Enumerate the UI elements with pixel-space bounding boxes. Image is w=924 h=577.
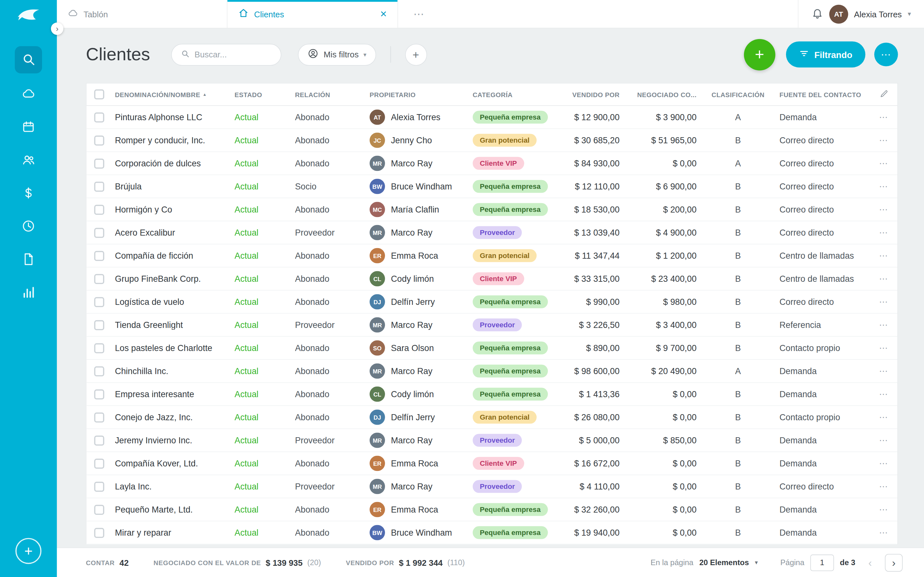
table-row[interactable]: Acero Excalibur Actual Proveedor MRMarco… — [87, 221, 897, 244]
row-actions-icon[interactable]: ⋯ — [879, 135, 889, 145]
row-actions-icon[interactable]: ⋯ — [879, 527, 889, 537]
client-name[interactable]: Chinchilla Inc. — [115, 366, 168, 376]
table-row[interactable]: Logística de vuelo Actual Abonado DJDelf… — [87, 290, 897, 314]
tab-clientes[interactable]: Clientes × — [228, 0, 398, 28]
sidebar-item-reports[interactable] — [16, 280, 41, 306]
table-row[interactable]: Layla Inc. Actual Proveedor MRMarco Ray … — [87, 475, 897, 498]
table-row[interactable]: Pinturas Alphonse LLC Actual Abonado ATA… — [87, 106, 897, 129]
client-name[interactable]: Corporación de dulces — [115, 159, 201, 168]
row-actions-icon[interactable]: ⋯ — [879, 389, 889, 399]
add-view-button[interactable]: + — [405, 44, 427, 65]
row-checkbox[interactable] — [94, 435, 104, 445]
tab-more-button[interactable]: ⋯ — [398, 0, 440, 28]
client-name[interactable]: Mirar y reparar — [115, 528, 171, 538]
per-page-select[interactable]: 20 Elementos — [699, 558, 749, 567]
sidebar-item-contacts[interactable] — [16, 148, 41, 173]
client-name[interactable]: Hormigón y Co — [115, 205, 172, 214]
row-actions-icon[interactable]: ⋯ — [879, 274, 889, 284]
row-checkbox[interactable] — [94, 251, 104, 261]
table-row[interactable]: Compañía Kover, Ltd. Actual Abonado EREm… — [87, 452, 897, 475]
sidebar-add-button[interactable]: + — [15, 538, 41, 564]
row-checkbox[interactable] — [94, 458, 104, 468]
notifications-button[interactable] — [811, 7, 823, 21]
column-header-negociado[interactable]: NEGOCIADO CO... — [620, 91, 696, 98]
edit-columns-icon[interactable] — [880, 92, 889, 99]
row-actions-icon[interactable]: ⋯ — [879, 343, 889, 353]
column-header-estado[interactable]: ESTADO — [234, 91, 295, 98]
client-name[interactable]: Empresa interesante — [115, 390, 194, 399]
sidebar-item-cloud[interactable] — [16, 82, 41, 107]
row-actions-icon[interactable]: ⋯ — [879, 158, 889, 168]
client-name[interactable]: Romper y conducir, Inc. — [115, 135, 205, 145]
table-row[interactable]: Hormigón y Co Actual Abonado MCMaría Cla… — [87, 198, 897, 221]
user-avatar[interactable]: AT — [829, 5, 848, 23]
row-actions-icon[interactable]: ⋯ — [879, 204, 889, 214]
row-actions-icon[interactable]: ⋯ — [879, 458, 889, 468]
add-record-button[interactable]: + — [744, 39, 775, 70]
sidebar-item-time[interactable] — [16, 214, 41, 239]
column-header-fuente[interactable]: FUENTE DEL CONTACTO — [780, 91, 874, 98]
row-actions-icon[interactable]: ⋯ — [879, 504, 889, 514]
table-row[interactable]: Romper y conducir, Inc. Actual Abonado J… — [87, 129, 897, 152]
page-number-input[interactable] — [811, 554, 834, 571]
row-actions-icon[interactable]: ⋯ — [879, 481, 889, 491]
column-header-categoria[interactable]: CATEGORÍA — [473, 91, 559, 98]
column-header-clasificacion[interactable]: CLASIFICACIÓN — [696, 91, 779, 98]
sidebar-item-finance[interactable] — [16, 181, 41, 206]
row-checkbox[interactable] — [94, 343, 104, 353]
client-name[interactable]: Logística de vuelo — [115, 297, 184, 307]
table-row[interactable]: Conejo de Jazz, Inc. Actual Abonado DJDe… — [87, 406, 897, 429]
client-name[interactable]: Grupo FineBank Corp. — [115, 274, 201, 284]
row-checkbox[interactable] — [94, 181, 104, 191]
row-checkbox[interactable] — [94, 135, 104, 145]
row-checkbox[interactable] — [94, 297, 104, 307]
row-checkbox[interactable] — [94, 412, 104, 422]
row-actions-icon[interactable]: ⋯ — [879, 181, 889, 191]
row-checkbox[interactable] — [94, 482, 104, 492]
column-header-relacion[interactable]: RELACIÓN — [295, 91, 370, 98]
row-actions-icon[interactable]: ⋯ — [879, 319, 889, 330]
sidebar-item-calendar[interactable] — [16, 115, 41, 140]
table-row[interactable]: Jeremy Invierno Inc. Actual Proveedor MR… — [87, 429, 897, 452]
sidebar-item-documents[interactable] — [16, 247, 41, 272]
row-checkbox[interactable] — [94, 112, 104, 122]
table-row[interactable]: Corporación de dulces Actual Abonado MRM… — [87, 152, 897, 175]
row-checkbox[interactable] — [94, 227, 104, 237]
row-checkbox[interactable] — [94, 504, 104, 514]
client-name[interactable]: Brújula — [115, 182, 142, 191]
table-row[interactable]: Brújula Actual Socio BWBruce Windham Peq… — [87, 175, 897, 198]
table-row[interactable]: Pequeño Marte, Ltd. Actual Abonado EREmm… — [87, 498, 897, 521]
sidebar-collapse-button[interactable]: › — [51, 23, 63, 35]
filtering-button[interactable]: Filtrando — [786, 41, 866, 67]
client-name[interactable]: Acero Excalibur — [115, 228, 175, 237]
client-name[interactable]: Pequeño Marte, Ltd. — [115, 505, 193, 514]
row-actions-icon[interactable]: ⋯ — [879, 412, 889, 422]
tab-tablon[interactable]: Tablón — [57, 0, 228, 28]
sidebar-item-search[interactable] — [15, 46, 42, 73]
next-page-button[interactable]: › — [885, 554, 903, 571]
row-checkbox[interactable] — [94, 366, 104, 376]
prev-page-button[interactable]: ‹ — [861, 554, 879, 571]
client-name[interactable]: Layla Inc. — [115, 482, 152, 492]
row-actions-icon[interactable]: ⋯ — [879, 227, 889, 237]
row-checkbox[interactable] — [94, 389, 104, 399]
table-row[interactable]: Tienda Greenlight Actual Proveedor MRMar… — [87, 314, 897, 337]
row-actions-icon[interactable]: ⋯ — [879, 435, 889, 445]
user-name[interactable]: Alexia Torres — [854, 9, 902, 19]
table-row[interactable]: Empresa interesante Actual Abonado CLCod… — [87, 383, 897, 406]
row-checkbox[interactable] — [94, 274, 104, 284]
row-checkbox[interactable] — [94, 320, 104, 330]
table-row[interactable]: Mirar y reparar Actual Abonado BWBruce W… — [87, 521, 897, 544]
my-filters-button[interactable]: Mis filtros ▾ — [298, 44, 376, 65]
row-checkbox[interactable] — [94, 528, 104, 538]
client-name[interactable]: Los pasteles de Charlotte — [115, 343, 212, 353]
column-header-name[interactable]: DENOMINACIÓN/NOMBRE▲ — [115, 91, 234, 98]
select-all-checkbox[interactable] — [94, 89, 104, 99]
row-actions-icon[interactable]: ⋯ — [879, 112, 889, 122]
table-row[interactable]: Chinchilla Inc. Actual Abonado MRMarco R… — [87, 359, 897, 383]
row-actions-icon[interactable]: ⋯ — [879, 250, 889, 260]
row-checkbox[interactable] — [94, 158, 104, 168]
app-logo-icon[interactable] — [0, 0, 57, 29]
column-header-propietario[interactable]: PROPIETARIO — [370, 91, 473, 98]
client-name[interactable]: Pinturas Alphonse LLC — [115, 113, 202, 122]
